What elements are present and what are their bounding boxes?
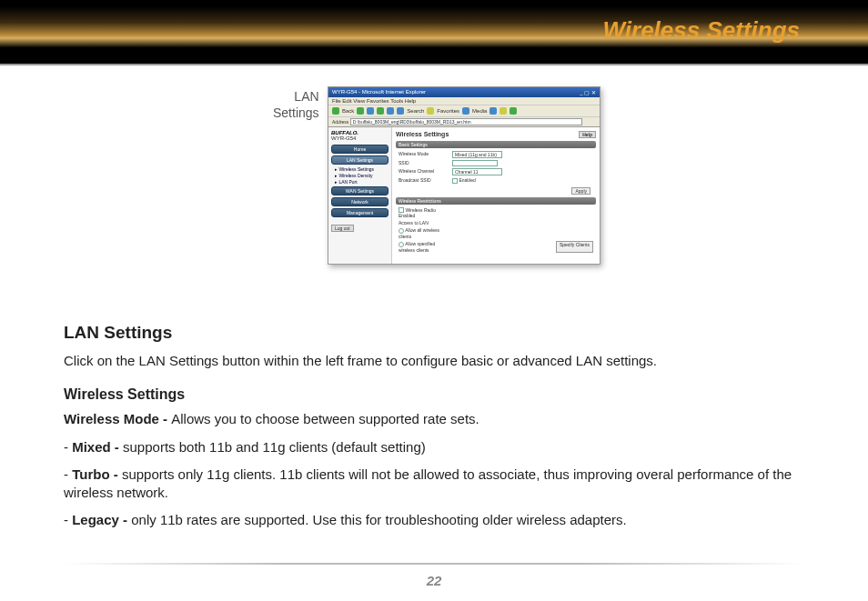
row-broadcast: Broadcast SSID Enabled xyxy=(396,176,596,185)
label-ssid: SSID xyxy=(399,160,449,166)
input-ssid xyxy=(452,160,498,166)
mail-icon xyxy=(500,107,507,115)
window-controls: _ ▢ ✕ xyxy=(580,89,596,95)
select-channel: Channel 11 xyxy=(452,168,502,175)
paragraph-legacy: - Legacy - only 11b rates are supported.… xyxy=(64,511,804,529)
address-field: D:\buffalo_8003M_eng\RD3\buffalo_8003M_R… xyxy=(350,118,582,125)
text-legacy: only 11b rates are supported. Use this f… xyxy=(131,512,626,527)
browser-titlebar: WYR-G54 - Microsoft Internet Explorer _ … xyxy=(328,87,600,97)
section-restrictions: Wireless Restrictions xyxy=(396,197,596,205)
checkbox-wrap: Wireless Radio Enabled xyxy=(399,207,449,219)
page-title: Wireless Settings xyxy=(602,16,800,45)
favorites-label: Favorites xyxy=(437,108,459,114)
router-device: WYR-G54 xyxy=(331,135,389,141)
embedded-screenshot: WYR-G54 - Microsoft Internet Explorer _ … xyxy=(328,86,601,265)
section-basic-settings: Basic Settings xyxy=(396,141,596,148)
nav-network: Network xyxy=(331,197,389,206)
address-bar: Address D:\buffalo_8003M_eng\RD3\buffalo… xyxy=(328,117,600,127)
row-allow-spec: Allow specified wireless clients Specify… xyxy=(396,240,596,254)
help-button: Help xyxy=(579,131,596,138)
refresh-icon xyxy=(377,107,384,115)
text-turbo: supports only 11g clients. 11b clients w… xyxy=(64,466,792,500)
sublink-wireless: ▸ Wireless Settings xyxy=(331,166,389,172)
paragraph-mixed: - Mixed - supports both 11b and 11g clie… xyxy=(64,438,804,456)
radio-wrap: Allow all wireless clients xyxy=(399,227,449,239)
row-ssid: SSID xyxy=(396,159,596,167)
row-allow-all: Allow all wireless clients xyxy=(396,226,596,240)
logout-button: Log out xyxy=(331,225,354,232)
label-access-title: Access to LAN xyxy=(399,220,449,225)
label-wireless-mode: Wireless Mode xyxy=(399,151,449,158)
back-label: Back xyxy=(342,108,354,114)
router-sidebar: BUFFALO. WYR-G54 Home LAN Settings ▸ Wir… xyxy=(328,127,392,264)
checkbox-broadcast xyxy=(452,178,458,184)
sublink-lanport: ▸ LAN Port xyxy=(331,179,389,185)
router-main-title: Wireless Settings xyxy=(396,131,449,138)
label-channel: Wireless Channel xyxy=(399,168,449,175)
nav-lan-settings: LAN Settings xyxy=(331,155,389,165)
paragraph-lan-intro: Click on the LAN Settings button within … xyxy=(64,352,804,370)
checkbox-wrap: Enabled xyxy=(452,177,476,184)
label-broadcast: Broadcast SSID xyxy=(399,177,449,184)
stop-icon xyxy=(367,107,374,115)
radio-wrap: Allow specified wireless clients xyxy=(399,241,449,253)
label-allow-spec: Allow specified wireless clients xyxy=(399,241,435,253)
back-icon xyxy=(332,107,339,115)
figure-side-label-line1: LAN xyxy=(294,89,318,104)
label-radio-enabled: Wireless Radio Enabled xyxy=(399,207,436,219)
document-content: LAN Settings Click on the LAN Settings b… xyxy=(64,323,804,539)
specify-clients-button: Specify Clients xyxy=(556,241,593,253)
heading-wireless-settings: Wireless Settings xyxy=(64,386,804,403)
heading-lan-settings: LAN Settings xyxy=(64,323,804,343)
figure-side-label-line2: Settings xyxy=(273,105,319,120)
browser-toolbar: Back Search Favorites Media xyxy=(328,105,600,117)
footer-divider xyxy=(64,563,804,565)
row-channel: Wireless Channel Channel 11 xyxy=(396,167,596,176)
home-icon xyxy=(387,107,394,115)
text-wireless-mode-doc: Allows you to choose between supported r… xyxy=(171,411,479,426)
label-legacy: Legacy - xyxy=(72,512,131,527)
apply-button: Apply xyxy=(571,187,590,195)
nav-wan-settings: WAN Settings xyxy=(331,186,389,195)
router-main: Wireless Settings Help Basic Settings Wi… xyxy=(392,127,600,264)
apply-row: Apply xyxy=(396,187,596,195)
text-mixed: supports both 11b and 11g clients (defau… xyxy=(123,439,426,455)
history-icon xyxy=(490,107,497,115)
page-number: 22 xyxy=(0,573,868,588)
figure-side-label: LAN Settings xyxy=(273,89,319,121)
browser-content: BUFFALO. WYR-G54 Home LAN Settings ▸ Wir… xyxy=(328,127,600,264)
browser-title: WYR-G54 - Microsoft Internet Explorer xyxy=(332,89,426,95)
row-wireless-mode: Wireless Mode Mixed (11g and 11b) xyxy=(396,150,596,159)
label-turbo: Turbo - xyxy=(72,466,122,482)
address-label: Address xyxy=(332,119,348,125)
sublink-density: ▸ Wireless Density xyxy=(331,173,389,178)
label-mixed: Mixed - xyxy=(72,439,123,455)
value-broadcast: Enabled xyxy=(459,177,475,183)
paragraph-turbo: - Turbo - supports only 11g clients. 11b… xyxy=(64,466,804,503)
select-wireless-mode: Mixed (11g and 11b) xyxy=(452,151,502,158)
header-band: Wireless Settings xyxy=(0,0,868,64)
row-radio-enabled: Wireless Radio Enabled xyxy=(396,206,596,220)
router-main-title-row: Wireless Settings Help xyxy=(396,131,596,138)
print-icon xyxy=(510,107,517,115)
label-wireless-mode-doc: Wireless Mode - xyxy=(64,411,171,426)
browser-menubar: File Edit View Favorites Tools Help xyxy=(328,97,600,105)
paragraph-wireless-mode: Wireless Mode - Allows you to choose bet… xyxy=(64,410,804,428)
search-icon xyxy=(397,107,404,115)
row-access-title: Access to LAN xyxy=(396,219,596,226)
nav-home: Home xyxy=(331,145,389,154)
label-allow-all: Allow all wireless clients xyxy=(399,227,439,239)
search-label: Search xyxy=(407,108,424,114)
media-label: Media xyxy=(472,108,487,114)
media-icon xyxy=(462,107,469,115)
forward-icon xyxy=(357,107,364,115)
nav-management: Management xyxy=(331,208,389,217)
header-divider xyxy=(0,64,868,65)
favorites-icon xyxy=(427,107,434,115)
